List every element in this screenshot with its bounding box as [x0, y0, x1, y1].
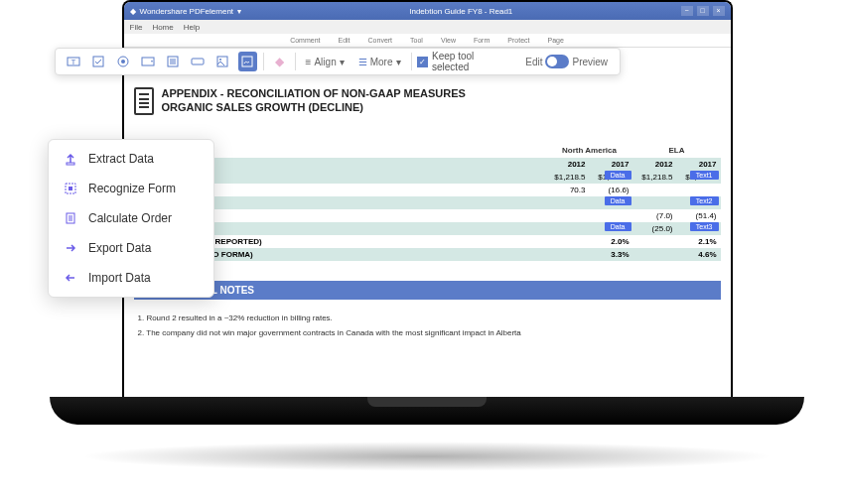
- table-row: GROWTH RATE (PRO FORMA)3.3%4.6%: [134, 248, 721, 261]
- tab-protect[interactable]: Protect: [507, 37, 529, 44]
- checkbox-tool[interactable]: [88, 52, 107, 71]
- year-cell: 2017: [677, 158, 721, 171]
- align-dropdown[interactable]: ≡ Align ▾: [302, 57, 349, 67]
- align-icon: ≡: [306, 57, 312, 67]
- text-field-tool[interactable]: T: [64, 52, 82, 71]
- extract-icon: [63, 151, 78, 167]
- data-cell: (16.6): [590, 184, 633, 196]
- data-cell: (51.4): [677, 209, 721, 222]
- table-row: S70.3(16.6): [134, 184, 721, 196]
- svg-rect-14: [67, 163, 74, 165]
- data-cell: Text3: [677, 222, 721, 235]
- data-cell: [677, 184, 721, 196]
- toggle-switch[interactable]: [545, 55, 569, 68]
- table-row: Data(25.0)Text3: [134, 222, 721, 235]
- menu-help[interactable]: Help: [184, 23, 200, 32]
- data-cell: 3.3%: [590, 248, 633, 261]
- svg-point-4: [121, 60, 125, 63]
- tab-edit[interactable]: Edit: [338, 37, 350, 44]
- edit-preview-toggle[interactable]: Edit Preview: [521, 55, 612, 68]
- notes-body: 1. Round 2 resulted in a ~32% reduction …: [134, 300, 721, 357]
- close-button[interactable]: ×: [713, 6, 725, 16]
- calculate-icon: [63, 210, 78, 226]
- data-cell: [633, 235, 677, 248]
- svg-rect-2: [93, 57, 103, 66]
- data-cell: (7.0): [633, 209, 677, 222]
- image-tool[interactable]: [212, 52, 231, 71]
- region-header-1: North America: [546, 143, 633, 158]
- data-cell: [546, 235, 590, 248]
- form-toolbar: T ◆ ≡ Align ▾ ☰ More ▾ ✓ Keep tool selec…: [55, 48, 621, 75]
- tab-tool[interactable]: Tool: [410, 37, 423, 44]
- table-row: GROWTH RATE (AS REPORTED)2.0%2.1%: [134, 235, 721, 248]
- data-cell: $1,218.5: [546, 171, 590, 184]
- keep-tool-checkbox[interactable]: ✓ Keep tool selected: [417, 51, 509, 72]
- data-cell: 70.3: [546, 184, 590, 196]
- maximize-button[interactable]: □: [697, 6, 709, 16]
- tab-view[interactable]: View: [441, 37, 456, 44]
- table-row: EXCHANGEDataText2: [134, 196, 721, 209]
- menubar: File Home Help: [124, 20, 731, 34]
- export-icon: [63, 240, 78, 256]
- combo-tool[interactable]: [138, 52, 157, 71]
- app-name: Wondershare PDFelement: [140, 7, 234, 16]
- data-cell: (25.0): [633, 222, 677, 235]
- app-logo-icon: ◆: [130, 7, 136, 16]
- checkbox-icon: ✓: [417, 57, 428, 67]
- table-row: ENTS$1,218.5$1,342.2Data$1,218.5$1,342.2…: [134, 171, 721, 184]
- data-cell: [546, 222, 590, 235]
- data-cell: [633, 196, 677, 209]
- form-field-tag[interactable]: Text2: [690, 196, 719, 205]
- eraser-tool[interactable]: ◆: [270, 52, 289, 71]
- form-field-tag[interactable]: Data: [605, 171, 631, 180]
- document-viewport: APPENDIX - RECONCILIATION OF NON-GAAP ME…: [124, 48, 731, 397]
- tab-comment[interactable]: Comment: [290, 37, 320, 44]
- form-dropdown-menu: Extract Data Recognize Form Calculate Or…: [48, 139, 214, 298]
- data-cell: $1,218.5: [633, 171, 677, 184]
- menu-icon: ☰: [358, 57, 367, 67]
- data-cell: Data: [590, 196, 633, 209]
- form-field-tag[interactable]: Data: [605, 222, 631, 231]
- radio-tool[interactable]: [113, 52, 132, 71]
- import-icon: [63, 270, 78, 286]
- signature-tool[interactable]: [238, 52, 257, 71]
- button-tool[interactable]: [188, 52, 207, 71]
- data-cell: $1,342.2Text1: [677, 171, 721, 184]
- menu-export-data[interactable]: Export Data: [49, 233, 213, 263]
- recognize-icon: [63, 181, 78, 196]
- form-field-tag[interactable]: Text3: [690, 222, 719, 231]
- menu-extract-data[interactable]: Extract Data: [49, 144, 213, 174]
- list-tool[interactable]: [163, 52, 182, 71]
- data-cell: [590, 209, 633, 222]
- data-cell: 2.1%: [677, 235, 721, 248]
- data-cell: [546, 248, 590, 261]
- note-line: 1. Round 2 resulted in a ~32% reduction …: [138, 314, 717, 322]
- minimize-button[interactable]: −: [681, 6, 693, 16]
- menu-home[interactable]: Home: [152, 23, 173, 32]
- form-field-tag[interactable]: Text1: [690, 171, 719, 180]
- menu-import-data[interactable]: Import Data: [49, 263, 213, 293]
- more-dropdown[interactable]: ☰ More ▾: [354, 57, 405, 67]
- data-cell: [546, 196, 590, 209]
- menu-file[interactable]: File: [130, 23, 143, 32]
- table-row: EAR(7.0)(51.4): [134, 209, 721, 222]
- svg-rect-11: [217, 57, 227, 66]
- tab-form[interactable]: Form: [474, 37, 490, 44]
- document-name: Indebtion Guide FY8 - Read1: [241, 7, 680, 16]
- svg-rect-13: [242, 57, 252, 66]
- data-cell: 4.6%: [677, 248, 721, 261]
- tabbar: Comment Edit Convert Tool View Form Prot…: [124, 34, 731, 48]
- tab-page[interactable]: Page: [547, 37, 563, 44]
- doc-title: APPENDIX - RECONCILIATION OF NON-GAAP ME…: [162, 87, 466, 99]
- menu-calculate-order[interactable]: Calculate Order: [49, 203, 213, 233]
- svg-point-12: [219, 59, 221, 61]
- tab-convert[interactable]: Convert: [368, 37, 393, 44]
- note-line: 2. The company did not win major governm…: [138, 328, 717, 337]
- form-field-tag[interactable]: Data: [605, 196, 631, 205]
- data-cell: $1,342.2Data: [590, 171, 633, 184]
- chevron-down-icon: ▾: [396, 57, 401, 67]
- menu-recognize-form[interactable]: Recognize Form: [49, 174, 213, 203]
- svg-text:T: T: [70, 58, 75, 66]
- year-cell: 2017: [590, 158, 633, 171]
- chevron-down-icon: ▾: [340, 57, 345, 67]
